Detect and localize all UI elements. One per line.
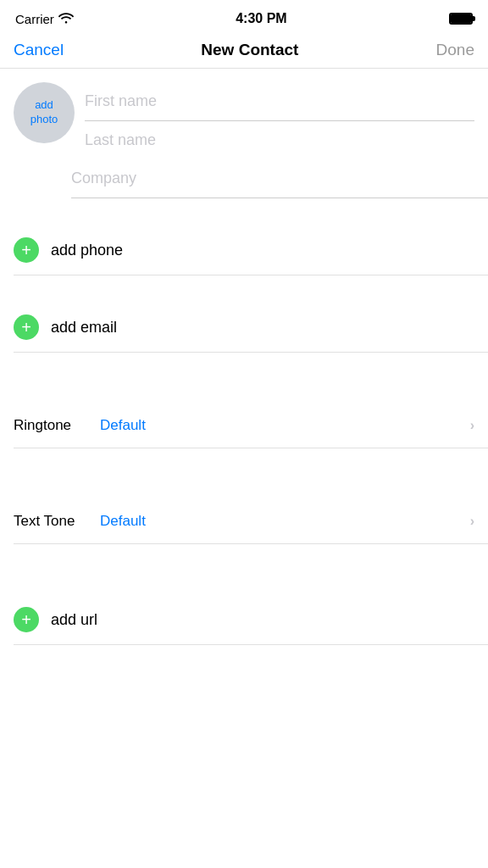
- wifi-icon: [58, 12, 74, 26]
- add-email-row[interactable]: + add email: [0, 303, 488, 352]
- add-phone-row[interactable]: + add phone: [0, 225, 488, 275]
- done-button[interactable]: Done: [436, 41, 474, 59]
- name-fields: [85, 82, 474, 159]
- battery-fill: [451, 14, 471, 23]
- status-time: 4:30 PM: [236, 11, 286, 26]
- photo-name-section: addphoto: [0, 69, 488, 159]
- add-url-row[interactable]: + add url: [0, 595, 488, 644]
- battery-indicator: [449, 13, 473, 25]
- battery-icon: [449, 13, 473, 25]
- cancel-button[interactable]: Cancel: [14, 41, 64, 59]
- plus-icon-email: +: [21, 319, 31, 336]
- first-name-input[interactable]: [85, 82, 474, 121]
- add-phone-label: add phone: [51, 242, 123, 259]
- add-email-icon: +: [14, 314, 39, 340]
- last-name-input[interactable]: [85, 121, 474, 159]
- text-tone-chevron-icon: ›: [470, 514, 474, 529]
- plus-icon-url: +: [21, 611, 31, 628]
- add-url-label: add url: [51, 611, 97, 629]
- status-bar: Carrier 4:30 PM: [0, 0, 488, 34]
- text-tone-row[interactable]: Text Tone Default ›: [0, 499, 488, 543]
- add-photo-button[interactable]: addphoto: [14, 82, 75, 143]
- ringtone-row[interactable]: Ringtone Default ›: [0, 403, 488, 448]
- ringtone-label: Ringtone: [14, 417, 90, 434]
- carrier-label: Carrier: [15, 12, 54, 26]
- company-wrapper: [71, 159, 488, 198]
- ringtone-chevron-icon: ›: [470, 418, 474, 433]
- nav-bar: Cancel New Contact Done: [0, 34, 488, 69]
- add-email-label: add email: [51, 319, 117, 337]
- text-tone-label: Text Tone: [14, 513, 90, 530]
- add-url-icon: +: [14, 607, 39, 632]
- content-area: addphoto + add phone + add email Rington…: [0, 69, 488, 645]
- ringtone-value: Default: [100, 417, 460, 434]
- add-phone-icon: +: [14, 237, 39, 263]
- add-photo-label: addphoto: [30, 98, 58, 127]
- plus-icon: +: [21, 242, 31, 259]
- divider-after-url: [14, 644, 488, 645]
- nav-title: New Contact: [201, 41, 298, 59]
- company-input[interactable]: [71, 159, 474, 198]
- carrier-info: Carrier: [15, 12, 74, 26]
- text-tone-value: Default: [100, 513, 460, 530]
